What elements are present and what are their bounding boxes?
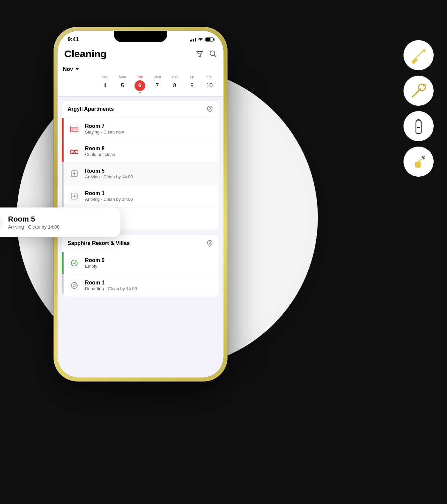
svg-point-26 — [71, 282, 77, 288]
location-icon-sapphire[interactable] — [206, 240, 213, 247]
notch — [114, 31, 167, 42]
room-5-info: Room 5 Arriving - Clean by 14:00 — [85, 168, 213, 179]
status-line-green-9 — [62, 252, 64, 274]
room-1s-info: Room 1 Departing - Clean by 14:00 — [85, 280, 213, 291]
svg-point-25 — [71, 260, 77, 266]
scene: 9:41 — [0, 0, 447, 504]
side-icons — [404, 40, 434, 177]
room-8-status: Could not clean — [85, 152, 213, 157]
calendar-strip: Nov Sun 4 Mon 5 — [58, 64, 224, 97]
status-icons — [190, 37, 213, 41]
day-mon[interactable]: Mon 5 — [114, 75, 131, 93]
phone-outer: 9:41 — [54, 27, 228, 382]
app-title: Cleaning — [64, 48, 107, 60]
days-row: Sun 4 Mon 5 Tue 6 — [63, 75, 218, 93]
search-icon[interactable] — [209, 50, 217, 58]
day-thu[interactable]: Thu 8 — [166, 75, 183, 93]
room-9-icon-wrap — [68, 256, 81, 270]
room-row-1[interactable]: Room 1 Arriving - Clean by 14:00 — [62, 185, 219, 207]
room-1s-status: Departing - Clean by 14:00 — [85, 286, 213, 291]
room-8-icon-wrap — [68, 145, 81, 158]
filter-icon[interactable] — [196, 50, 203, 58]
svg-rect-1 — [411, 58, 418, 64]
today-dot — [139, 92, 141, 93]
svg-rect-5 — [415, 162, 421, 168]
room-1-icon-wrap — [68, 189, 81, 203]
status-line-red — [62, 118, 64, 140]
room-1s-name: Room 1 — [85, 280, 213, 286]
room-row-1-sapphire[interactable]: Room 1 Departing - Clean by 14:00 — [62, 274, 219, 297]
day-sun[interactable]: Sun 4 — [96, 75, 114, 93]
room-8-name: Room 8 — [85, 146, 213, 152]
floating-card-icon-wrap — [0, 214, 3, 230]
day-wed[interactable]: Wed 7 — [149, 75, 166, 93]
room-9-status: Empty — [85, 264, 213, 269]
svg-point-24 — [209, 242, 211, 244]
status-line-gray-5 — [62, 163, 64, 185]
room-7-info: Room 7 Staying - Clean now — [85, 123, 213, 135]
scroll-content: Argyll Apartments — [58, 97, 224, 377]
broom-icon-circle — [404, 40, 434, 70]
room-1-name: Room 1 — [85, 190, 213, 196]
floating-card-subtitle: Arriving - Clean by 14:00 — [8, 224, 60, 230]
room-5-name: Room 5 — [85, 168, 213, 174]
wrench-icon-circle — [404, 76, 434, 106]
property-argyll-name: Argyll Apartments — [68, 106, 114, 112]
chevron-down-icon[interactable] — [76, 68, 79, 70]
signal-icon — [190, 37, 196, 41]
room-9-name: Room 9 — [85, 257, 213, 263]
status-line-gray-1s — [62, 274, 64, 297]
app-title-row: Cleaning — [64, 48, 217, 60]
room-7-icon-wrap — [68, 122, 81, 136]
wifi-icon — [198, 37, 203, 41]
status-line-red-8 — [62, 140, 64, 162]
phone: 9:41 — [54, 27, 228, 382]
room-7-status: Staying - Clean now — [85, 130, 213, 135]
svg-line-9 — [214, 55, 216, 57]
day-tue[interactable]: Tue 6 — [131, 75, 149, 93]
property-sapphire: Sapphire Resort & Villas — [62, 235, 219, 297]
svg-line-7 — [424, 156, 425, 157]
phone-inner: 9:41 — [58, 31, 224, 377]
month-label[interactable]: Nov — [63, 66, 73, 72]
room-1-status: Arriving - Clean by 14:00 — [85, 197, 213, 202]
room-5-icon-wrap — [68, 167, 81, 180]
svg-rect-12 — [71, 129, 74, 131]
room-row-7[interactable]: Room 7 Staying - Clean now — [62, 118, 219, 140]
floating-card[interactable]: Room 5 Arriving - Clean by 14:00 — [0, 207, 120, 237]
crossed-bed-icon — [70, 148, 78, 154]
room-row-9[interactable]: Room 9 Empty — [62, 252, 219, 274]
bed-icon — [70, 126, 78, 132]
app-header: Cleaning — [58, 46, 224, 64]
room-5-status: Arriving - Clean by 14:00 — [85, 174, 213, 179]
room-9-info: Room 9 Empty — [85, 257, 213, 269]
day-sat[interactable]: Sa 10 — [201, 75, 218, 93]
check-circle-icon-9 — [71, 259, 78, 267]
wrench-icon-1s — [71, 282, 78, 289]
spray-icon — [410, 153, 427, 170]
svg-point-10 — [209, 108, 211, 109]
room-1-info: Room 1 Arriving - Clean by 14:00 — [85, 190, 213, 202]
day-fri[interactable]: Fri 9 — [183, 75, 201, 93]
arrow-right-icon-1 — [71, 192, 78, 200]
wrench-icon — [410, 82, 427, 99]
arrow-right-icon-5 — [71, 170, 78, 177]
svg-rect-13 — [75, 129, 77, 131]
property-sapphire-header: Sapphire Resort & Villas — [62, 235, 219, 252]
dnd-icon-circle — [404, 111, 434, 141]
property-argyll-header: Argyll Apartments — [62, 101, 219, 118]
room-row-5[interactable]: Room 5 Arriving - Clean by 14:00 — [62, 163, 219, 185]
location-icon-argyll[interactable] — [206, 105, 213, 113]
header-icons — [196, 50, 217, 58]
room-row-8[interactable]: Room 8 Could not clean — [62, 140, 219, 163]
phone-screen: 9:41 — [58, 31, 224, 377]
room-1s-icon-wrap — [68, 279, 81, 292]
status-line-gray-1 — [62, 185, 64, 207]
floating-card-title: Room 5 — [8, 215, 60, 224]
floating-card-text: Room 5 Arriving - Clean by 14:00 — [8, 215, 60, 230]
room-7-name: Room 7 — [85, 123, 213, 129]
dnd-icon — [410, 117, 427, 135]
broom-icon — [410, 47, 427, 64]
calendar-nav: Nov — [63, 66, 218, 72]
battery-icon — [205, 37, 213, 41]
